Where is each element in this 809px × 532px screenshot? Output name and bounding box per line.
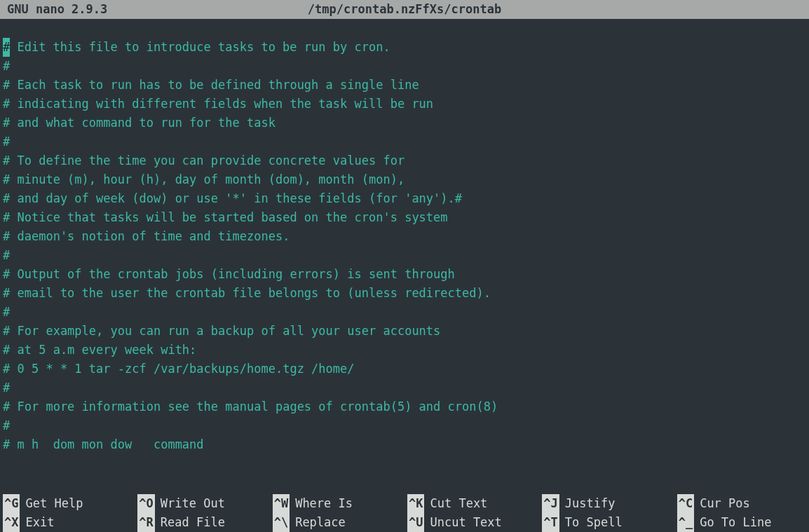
shortcut-to-spell[interactable]: ^T To Spell xyxy=(539,513,674,532)
shortcut-replace[interactable]: ^\ Replace xyxy=(270,513,404,532)
shortcut-label: Uncut Text xyxy=(430,513,501,532)
shortcut-key: ^U xyxy=(407,513,424,532)
editor-line: # For more information see the manual pa… xyxy=(0,397,809,416)
shortcut-key: ^\ xyxy=(273,513,290,532)
titlebar: GNU nano 2.9.3 /tmp/crontab.nzFfXs/cront… xyxy=(0,0,809,19)
editor-line: # daemon's notion of time and timezones. xyxy=(0,227,809,246)
shortcut-get-help[interactable]: ^G Get Help xyxy=(0,494,135,513)
editor-line: # indicating with different fields when … xyxy=(0,95,809,114)
shortcut-label: Go To Line xyxy=(700,513,771,532)
editor-line: # xyxy=(0,57,809,76)
editor-line: # Edit this file to introduce tasks to b… xyxy=(0,38,809,57)
shortcut-write-out[interactable]: ^O Write Out xyxy=(135,494,269,513)
shortcut-label: Read File xyxy=(161,513,225,532)
shortcut-key: ^C xyxy=(677,494,694,513)
shortcut-label: To Spell xyxy=(565,513,623,532)
shortcut-where-is[interactable]: ^W Where Is xyxy=(270,494,404,513)
text-cursor: # xyxy=(3,38,10,57)
shortcut-key: ^_ xyxy=(677,513,694,532)
shortcut-cut-text[interactable]: ^K Cut Text xyxy=(404,494,539,513)
shortcut-key: ^O xyxy=(137,494,154,513)
editor-line: # 0 5 * * 1 tar -zcf /var/backups/home.t… xyxy=(0,360,809,378)
editor-line: # and day of week (dow) or use '*' in th… xyxy=(0,189,809,208)
shortcut-label: Justify xyxy=(565,494,616,513)
shortcut-label: Replace xyxy=(295,513,346,532)
shortcut-label: Cut Text xyxy=(430,494,487,513)
editor-line: # xyxy=(0,132,809,151)
shortcut-bar: ^G Get Help ^O Write Out ^W Where Is ^K … xyxy=(0,494,809,532)
shortcut-label: Cur Pos xyxy=(700,494,750,513)
shortcut-key: ^J xyxy=(542,494,559,513)
editor-line: # xyxy=(0,246,809,265)
editor-area[interactable]: # Edit this file to introduce tasks to b… xyxy=(0,19,809,494)
editor-line: # and what command to run for the task xyxy=(0,114,809,132)
editor-line: # email to the user the crontab file bel… xyxy=(0,284,809,303)
shortcut-go-to-line[interactable]: ^_ Go To Line xyxy=(674,513,809,532)
blank-line xyxy=(0,19,809,38)
shortcut-key: ^G xyxy=(3,494,20,513)
shortcut-label: Get Help xyxy=(25,494,83,513)
editor-line: # To define the time you can provide con… xyxy=(0,151,809,170)
shortcut-key: ^R xyxy=(137,513,154,532)
editor-line: # at 5 a.m every week with: xyxy=(0,341,809,360)
shortcut-read-file[interactable]: ^R Read File xyxy=(135,513,269,532)
shortcut-label: Where Is xyxy=(295,494,353,513)
editor-line: # xyxy=(0,303,809,322)
editor-line: # minute (m), hour (h), day of month (do… xyxy=(0,170,809,189)
editor-line: # Output of the crontab jobs (including … xyxy=(0,265,809,284)
shortcut-key: ^T xyxy=(542,513,559,532)
app-name: GNU nano 2.9.3 xyxy=(7,0,107,19)
shortcut-key: ^X xyxy=(3,513,20,532)
shortcut-cur-pos[interactable]: ^C Cur Pos xyxy=(674,494,809,513)
editor-line: # For example, you can run a backup of a… xyxy=(0,322,809,341)
editor-line: # xyxy=(0,378,809,397)
shortcut-justify[interactable]: ^J Justify xyxy=(539,494,674,513)
shortcut-exit[interactable]: ^X Exit xyxy=(0,513,135,532)
shortcut-label: Exit xyxy=(25,513,54,532)
editor-line: # m h dom mon dow command xyxy=(0,435,809,454)
shortcut-key: ^K xyxy=(407,494,424,513)
editor-line: # Notice that tasks will be started base… xyxy=(0,208,809,227)
shortcut-uncut-text[interactable]: ^U Uncut Text xyxy=(404,513,539,532)
shortcut-key: ^W xyxy=(273,494,290,513)
shortcut-label: Write Out xyxy=(161,494,225,513)
editor-line: # xyxy=(0,416,809,435)
editor-line: # Each task to run has to be defined thr… xyxy=(0,76,809,95)
file-path: /tmp/crontab.nzFfXs/crontab xyxy=(308,0,501,19)
line-text: Edit this file to introduce tasks to be … xyxy=(10,40,390,54)
